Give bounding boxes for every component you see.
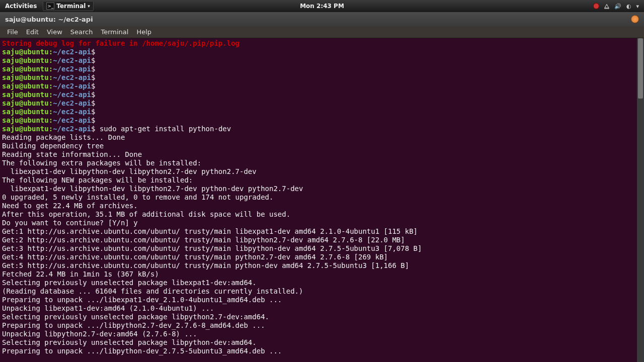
terminal-viewport[interactable]: Storing debug log for failure in /home/s… — [0, 38, 644, 362]
close-icon[interactable] — [631, 15, 639, 23]
terminal-line: Reading package lists... Done — [2, 133, 642, 142]
terminal-line: saju@ubuntu:~/ec2-api$ — [2, 48, 642, 56]
menu-view[interactable]: View — [43, 27, 66, 37]
terminal-line: Get:2 http://us.archive.ubuntu.com/ubunt… — [2, 236, 642, 244]
terminal-line: Fetched 22.4 MB in 1min 1s (367 kB/s) — [2, 270, 642, 279]
menu-edit[interactable]: Edit — [22, 27, 43, 37]
volume-icon[interactable]: 🔊 — [614, 3, 621, 10]
terminal-icon: >_ — [46, 3, 54, 10]
terminal-line: Get:4 http://us.archive.ubuntu.com/ubunt… — [2, 253, 642, 261]
menu-file[interactable]: File — [3, 27, 22, 37]
terminal-line: Storing debug log for failure in /home/s… — [2, 39, 642, 48]
chevron-down-icon[interactable]: ▾ — [636, 3, 639, 10]
terminal-line: Get:5 http://us.archive.ubuntu.com/ubunt… — [2, 261, 642, 270]
terminal-line: After this operation, 35.1 MB of additio… — [2, 210, 642, 219]
terminal-line: Preparing to unpack .../libpython-dev_2.… — [2, 347, 642, 355]
window-titlebar[interactable]: saju@ubuntu: ~/ec2-api — [0, 12, 644, 26]
terminal-line: saju@ubuntu:~/ec2-api$ — [2, 56, 642, 65]
terminal-line: libexpat1-dev libpython-dev libpython2.7… — [2, 185, 642, 193]
terminal-line: Get:1 http://us.archive.ubuntu.com/ubunt… — [2, 227, 642, 236]
chevron-down-icon: ▾ — [88, 4, 90, 9]
terminal-line: saju@ubuntu:~/ec2-api$ — [2, 99, 642, 108]
terminal-line: saju@ubuntu:~/ec2-api$ — [2, 108, 642, 116]
app-menu-button[interactable]: >_ Terminal ▾ — [43, 1, 94, 11]
terminal-line: saju@ubuntu:~/ec2-api$ — [2, 90, 642, 99]
menu-search[interactable]: Search — [66, 27, 97, 37]
scrollbar-thumb[interactable] — [638, 38, 643, 99]
terminal-line: saju@ubuntu:~/ec2-api$ — [2, 65, 642, 73]
terminal-line: Selecting previously unselected package … — [2, 313, 642, 321]
terminal-line: Need to get 22.4 MB of archives. — [2, 202, 642, 210]
terminal-line: Preparing to unpack .../libpython2.7-dev… — [2, 321, 642, 330]
terminal-line: Do you want to continue? [Y/n] y — [2, 219, 642, 227]
terminal-line: Unpacking libexpat1-dev:amd64 (2.1.0-4ub… — [2, 304, 642, 313]
terminal-line: 0 upgraded, 5 newly installed, 0 to remo… — [2, 193, 642, 202]
session-icon[interactable]: ◐ — [626, 3, 631, 10]
terminal-line: Get:3 http://us.archive.ubuntu.com/ubunt… — [2, 244, 642, 253]
terminal-line: Unpacking libpython2.7-dev:amd64 (2.7.6-… — [2, 330, 642, 338]
terminal-line: libexpat1-dev libpython-dev libpython2.7… — [2, 167, 642, 176]
app-menu-label: Terminal — [56, 3, 86, 10]
terminal-line: The following extra packages will be ins… — [2, 159, 642, 167]
top-bar-right: ⧋ 🔊 ◐ ▾ — [593, 3, 644, 10]
terminal-line: Building dependency tree — [2, 142, 642, 150]
terminal-line: Selecting previously unselected package … — [2, 279, 642, 287]
terminal-line: saju@ubuntu:~/ec2-api$ — [2, 82, 642, 90]
terminal-line: Reading state information... Done — [2, 150, 642, 159]
vertical-scrollbar[interactable] — [637, 38, 644, 362]
menu-help[interactable]: Help — [132, 27, 155, 37]
terminal-line: saju@ubuntu:~/ec2-api$ — [2, 116, 642, 125]
terminal-line: The following NEW packages will be insta… — [2, 176, 642, 185]
gnome-top-bar: Activities >_ Terminal ▾ Mon 2:43 PM ⧋ 🔊… — [0, 0, 644, 12]
terminal-line: Preparing to unpack .../libexpat1-dev_2.… — [2, 296, 642, 304]
wifi-icon[interactable]: ⧋ — [604, 3, 609, 10]
activities-button[interactable]: Activities — [0, 3, 42, 10]
terminal-line: Selecting previously unselected package … — [2, 338, 642, 347]
terminal-line: saju@ubuntu:~/ec2-api$ — [2, 73, 642, 82]
clock[interactable]: Mon 2:43 PM — [300, 3, 344, 10]
screen-record-icon[interactable] — [593, 3, 599, 9]
menu-terminal[interactable]: Terminal — [97, 27, 132, 37]
top-bar-left: Activities >_ Terminal ▾ — [0, 1, 94, 11]
menu-bar: File Edit View Search Terminal Help — [0, 26, 644, 38]
window-title: saju@ubuntu: ~/ec2-api — [5, 16, 93, 23]
terminal-line: saju@ubuntu:~/ec2-api$ sudo apt-get inst… — [2, 125, 642, 133]
terminal-content[interactable]: Storing debug log for failure in /home/s… — [0, 38, 644, 356]
terminal-window: saju@ubuntu: ~/ec2-api File Edit View Se… — [0, 12, 644, 362]
terminal-line: (Reading database ... 61604 files and di… — [2, 287, 642, 296]
